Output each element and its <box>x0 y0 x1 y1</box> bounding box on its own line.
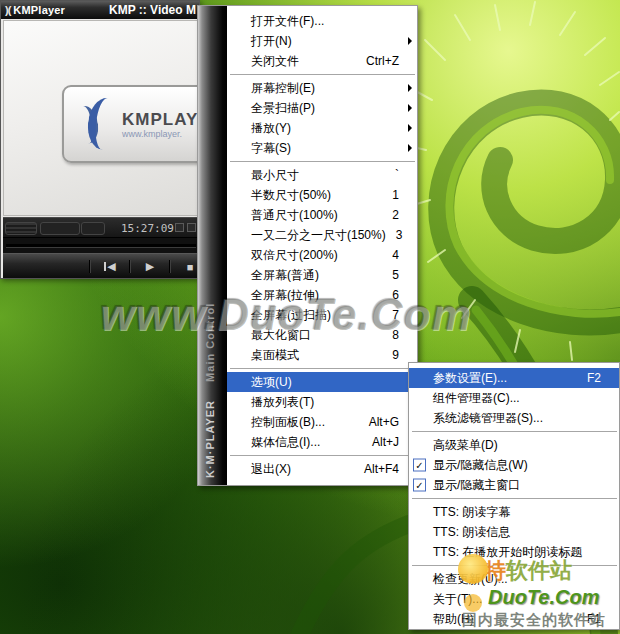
menu-item-exit[interactable]: 退出(X)Alt+F4 <box>227 459 417 479</box>
menu-item-double-size[interactable]: 双倍尺寸(200%)4 <box>227 245 417 265</box>
previous-icon: ◀ <box>107 260 115 273</box>
menu-item-options[interactable]: 选项(U) <box>227 372 417 392</box>
submenu-item-help[interactable]: 帮助(H)F1 <box>409 609 619 629</box>
submenu-item-check-update[interactable]: 检查更新(U)... <box>409 569 619 589</box>
divider <box>129 260 130 273</box>
menu-item-minimal-size[interactable]: 最小尺寸` <box>227 165 417 185</box>
previous-button[interactable]: ◀ <box>95 257 125 276</box>
submenu-arrow-icon <box>408 104 412 112</box>
logo-brand-text: KMPLAYER <box>122 110 200 130</box>
menu-item-playlist[interactable]: 播放列表(T) <box>227 392 417 412</box>
status-indicator-icon <box>175 223 184 232</box>
status-segment <box>5 222 37 235</box>
previous-icon <box>104 262 106 271</box>
video-area[interactable]: KMPLAYER www.kmplayer. <box>3 20 199 216</box>
submenu-item-toggle-info[interactable]: ✓显示/隐藏信息(W) <box>409 455 619 475</box>
menu-item-normal-size[interactable]: 普通尺寸(100%)2 <box>227 205 417 225</box>
menu-item-subtitles[interactable]: 字幕(S) <box>227 138 417 158</box>
submenu-item-component-manager[interactable]: 组件管理器(C)... <box>409 388 619 408</box>
control-bar: ◀ ▶ ■ <box>3 253 199 278</box>
submenu-arrow-icon <box>408 124 412 132</box>
menu-item-maximize-window[interactable]: 最大化窗口8 <box>227 325 417 345</box>
menu-item-pan-scan[interactable]: 全景扫描(P) <box>227 98 417 118</box>
menu-item-close-file[interactable]: 关闭文件Ctrl+Z <box>227 51 417 71</box>
menu-item-fullscreen-overscan[interactable]: 全屏幕(过扫描)7 <box>227 305 417 325</box>
menu-separator <box>412 565 617 566</box>
divider <box>89 260 90 273</box>
menu-item-media-info[interactable]: 媒体信息(I)...Alt+J <box>227 432 417 452</box>
menu-item-screen-control[interactable]: 屏幕控制(E) <box>227 78 417 98</box>
menu-separator <box>412 431 617 432</box>
status-segment <box>81 222 105 235</box>
menu-body: 打开文件(F)... 打开(N) 关闭文件Ctrl+Z 屏幕控制(E) 全景扫描… <box>227 6 417 485</box>
menu-separator <box>230 161 415 162</box>
submenu-item-preferences[interactable]: 参数设置(E)...F2 <box>409 368 619 388</box>
brand-strip-subtitle: Main Control <box>204 303 216 382</box>
play-icon: ▶ <box>146 260 154 273</box>
divider <box>169 260 170 273</box>
title-caption: KMP :: Video M <box>109 3 196 17</box>
status-bar: 15:27:09 <box>3 217 199 237</box>
kmplayer-logo-icon: )( <box>5 4 10 16</box>
title-bar[interactable]: )( KMPlayer KMP :: Video M <box>1 1 199 19</box>
submenu-arrow-icon <box>408 37 412 45</box>
menu-item-open-file[interactable]: 打开文件(F)... <box>227 11 417 31</box>
menu-item-fullscreen-stretch[interactable]: 全屏幕(拉伸)6 <box>227 285 417 305</box>
options-submenu: 参数设置(E)...F2 组件管理器(C)... 系统滤镜管理器(S)... 高… <box>408 362 620 630</box>
menu-separator <box>412 498 617 499</box>
playback-clock: 15:27:09 <box>121 222 174 235</box>
menu-item-half-size[interactable]: 半数尺寸(50%)1 <box>227 185 417 205</box>
menu-separator <box>230 74 415 75</box>
submenu-item-tts-subtitles[interactable]: TTS: 朗读字幕 <box>409 502 619 522</box>
menu-item-one-and-half-size[interactable]: 一又二分之一尺寸(150%)3 <box>227 225 417 245</box>
status-indicator-icon <box>187 223 196 232</box>
menu-separator <box>230 368 415 369</box>
status-segment <box>40 222 80 235</box>
submenu-item-toggle-main-window[interactable]: ✓显示/隐藏主窗口 <box>409 475 619 495</box>
seek-bar[interactable] <box>3 237 199 253</box>
submenu-item-tts-info[interactable]: TTS: 朗读信息 <box>409 522 619 542</box>
menu-separator <box>230 455 415 456</box>
menu-item-control-panel[interactable]: 控制面板(B)...Alt+G <box>227 412 417 432</box>
submenu-body: 参数设置(E)...F2 组件管理器(C)... 系统滤镜管理器(S)... 高… <box>409 363 619 629</box>
logo-url-text: www.kmplayer. <box>122 129 200 139</box>
menu-item-open[interactable]: 打开(N) <box>227 31 417 51</box>
main-context-menu: K·M·PLAYER Main Control 打开文件(F)... 打开(N)… <box>197 5 418 486</box>
submenu-item-about[interactable]: 关于(T)... <box>409 589 619 609</box>
submenu-arrow-icon <box>408 84 412 92</box>
submenu-item-system-filter-manager[interactable]: 系统滤镜管理器(S)... <box>409 408 619 428</box>
check-icon: ✓ <box>413 479 426 492</box>
submenu-item-tts-title-on-play[interactable]: TTS: 在播放开始时朗读标题 <box>409 542 619 562</box>
kmplayer-logo-card: KMPLAYER www.kmplayer. <box>62 85 200 163</box>
menu-item-desktop-mode[interactable]: 桌面模式9 <box>227 345 417 365</box>
kmplayer-crescent-icon <box>74 98 120 150</box>
desktop-screenshot: )( KMPlayer KMP :: Video M KMPLAYER www.… <box>0 0 620 634</box>
window-title: KMPlayer <box>13 4 65 16</box>
brand-strip-title: K·M·PLAYER <box>204 400 216 478</box>
menu-brand-strip: K·M·PLAYER Main Control <box>198 6 227 485</box>
check-icon: ✓ <box>413 459 426 472</box>
play-button[interactable]: ▶ <box>135 257 165 276</box>
menu-item-fullscreen-normal[interactable]: 全屏幕(普通)5 <box>227 265 417 285</box>
kmplayer-window: )( KMPlayer KMP :: Video M KMPLAYER www.… <box>0 0 200 279</box>
stop-icon: ■ <box>187 261 194 273</box>
submenu-arrow-icon <box>408 144 412 152</box>
menu-item-playback[interactable]: 播放(Y) <box>227 118 417 138</box>
submenu-item-advanced-menu[interactable]: 高级菜单(D) <box>409 435 619 455</box>
